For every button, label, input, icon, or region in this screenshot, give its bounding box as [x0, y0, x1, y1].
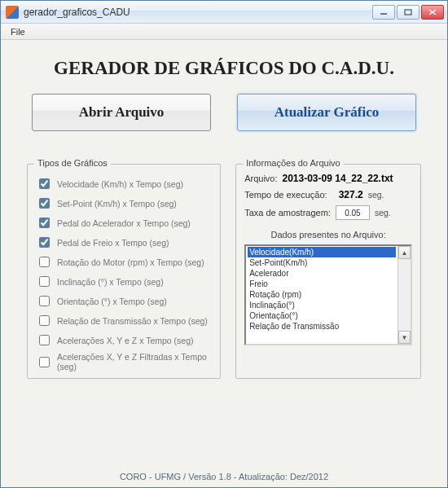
check-box-1[interactable]	[39, 198, 50, 209]
window-controls	[372, 5, 444, 20]
app-icon	[6, 6, 19, 19]
app-window: gerador_graficos_CADU File GERADOR DE GR…	[0, 0, 448, 488]
check-box-0[interactable]	[39, 178, 50, 189]
check-box-7[interactable]	[39, 315, 50, 326]
row-exec: Tempo de execução: 327.2 seg.	[244, 189, 412, 200]
check-label-7: Relação de Transmissão x Tempo (seg)	[57, 316, 208, 326]
window-title: gerador_graficos_CADU	[24, 7, 372, 18]
scroll-up-button[interactable]: ▲	[398, 246, 411, 259]
legend-tipos: Tipos de Gráficos	[34, 158, 111, 168]
list-item[interactable]: Set-Point(Km/h)	[248, 257, 396, 268]
client-area: GERADOR DE GRÁFICOS DO C.A.D.U. Abrir Ar…	[1, 40, 447, 487]
check-item-8[interactable]: Acelerações X, Y e Z x Tempo (seg)	[36, 332, 212, 348]
groupbox-tipos: Tipos de Gráficos Velocidade (Km/h) x Te…	[27, 164, 221, 379]
list-item[interactable]: Acelerador	[248, 268, 396, 279]
check-label-1: Set-Point (Km/h) x Tempo (seg)	[57, 199, 177, 209]
check-box-5[interactable]	[39, 276, 50, 287]
menubar: File	[1, 24, 447, 40]
check-box-4[interactable]	[39, 257, 50, 267]
check-list: Velocidade (Km/h) x Tempo (seg)Set-Point…	[36, 176, 212, 371]
list-item[interactable]: Velocidade(Km/h)	[248, 247, 396, 257]
listbox[interactable]: Velocidade(Km/h)Set-Point(Km/h)Acelerado…	[244, 244, 412, 345]
minimize-button[interactable]	[372, 5, 395, 20]
check-item-5[interactable]: Inclinação (°) x Tempo (seg)	[36, 274, 212, 289]
check-item-6[interactable]: Orientação (°) x Tempo (seg)	[36, 293, 212, 309]
list-heading: Dados presentes no Arquivo:	[244, 230, 412, 240]
close-button[interactable]	[421, 5, 444, 20]
check-label-9: Acelerações X, Y e Z Filtradas x Tempo (…	[57, 352, 212, 371]
check-item-4[interactable]: Rotação do Motor (rpm) x Tempo (seg)	[36, 254, 212, 270]
close-icon	[428, 9, 437, 15]
update-chart-button[interactable]: Atualizar Gráfico	[237, 94, 416, 131]
check-box-6[interactable]	[39, 296, 50, 306]
maximize-button[interactable]	[397, 5, 419, 20]
list-item[interactable]: Relação de Transmissão	[248, 321, 396, 332]
check-label-3: Pedal de Freio x Tempo (seg)	[57, 238, 169, 248]
check-box-3[interactable]	[39, 237, 50, 248]
top-buttons: Abrir Arquivo Atualizar Gráfico	[1, 94, 447, 131]
footer-text: CORO - UFMG / Versão 1.8 - Atualização: …	[1, 466, 447, 487]
check-label-4: Rotação do Motor (rpm) x Tempo (seg)	[57, 257, 204, 267]
check-item-0[interactable]: Velocidade (Km/h) x Tempo (seg)	[36, 176, 212, 191]
row-rate: Taxa de amostragem: 0.05 seg.	[244, 205, 412, 220]
svg-rect-1	[405, 10, 411, 15]
value-arquivo: 2013-03-09 14_22_22.txt	[283, 173, 393, 184]
value-rate[interactable]: 0.05	[336, 205, 370, 220]
check-label-0: Velocidade (Km/h) x Tempo (seg)	[57, 179, 183, 189]
minimize-icon	[380, 9, 388, 15]
scroll-track[interactable]	[398, 259, 411, 331]
maximize-icon	[404, 9, 412, 15]
unit-rate: seg.	[375, 208, 391, 218]
check-item-1[interactable]: Set-Point (Km/h) x Tempo (seg)	[36, 196, 212, 211]
label-rate: Taxa de amostragem:	[244, 208, 331, 218]
label-exec: Tempo de execução:	[244, 190, 327, 200]
list-item[interactable]: Orientação(°)	[248, 310, 396, 321]
legend-info: Informações do Arquivo	[243, 158, 344, 168]
scrollbar[interactable]: ▲ ▼	[397, 246, 411, 344]
scroll-down-button[interactable]: ▼	[398, 331, 411, 344]
check-box-9[interactable]	[39, 357, 50, 367]
label-arquivo: Arquivo:	[244, 174, 277, 183]
check-item-9[interactable]: Acelerações X, Y e Z Filtradas x Tempo (…	[36, 352, 212, 371]
check-label-2: Pedal do Acelerador x Tempo (seg)	[57, 218, 191, 228]
check-label-5: Inclinação (°) x Tempo (seg)	[57, 277, 164, 287]
list-item[interactable]: Freio	[248, 279, 396, 289]
listbox-items[interactable]: Velocidade(Km/h)Set-Point(Km/h)Acelerado…	[246, 246, 397, 344]
check-label-6: Orientação (°) x Tempo (seg)	[57, 297, 167, 306]
check-label-8: Acelerações X, Y e Z x Tempo (seg)	[57, 336, 194, 345]
value-exec: 327.2	[332, 189, 363, 200]
check-item-3[interactable]: Pedal de Freio x Tempo (seg)	[36, 235, 212, 250]
check-box-8[interactable]	[39, 335, 50, 345]
groupbox-info: Informações do Arquivo Arquivo: 2013-03-…	[235, 164, 421, 379]
menu-file[interactable]: File	[6, 25, 30, 38]
unit-exec: seg.	[368, 190, 384, 200]
check-item-2[interactable]: Pedal do Acelerador x Tempo (seg)	[36, 215, 212, 231]
row-arquivo: Arquivo: 2013-03-09 14_22_22.txt	[244, 173, 412, 184]
check-item-7[interactable]: Relação de Transmissão x Tempo (seg)	[36, 313, 212, 328]
open-file-button[interactable]: Abrir Arquivo	[32, 94, 211, 131]
list-item[interactable]: Rotação (rpm)	[248, 289, 396, 300]
page-title: GERADOR DE GRÁFICOS DO C.A.D.U.	[1, 58, 447, 79]
check-box-2[interactable]	[39, 218, 50, 228]
list-item[interactable]: Inclinação(°)	[248, 300, 396, 310]
titlebar: gerador_graficos_CADU	[1, 1, 447, 24]
